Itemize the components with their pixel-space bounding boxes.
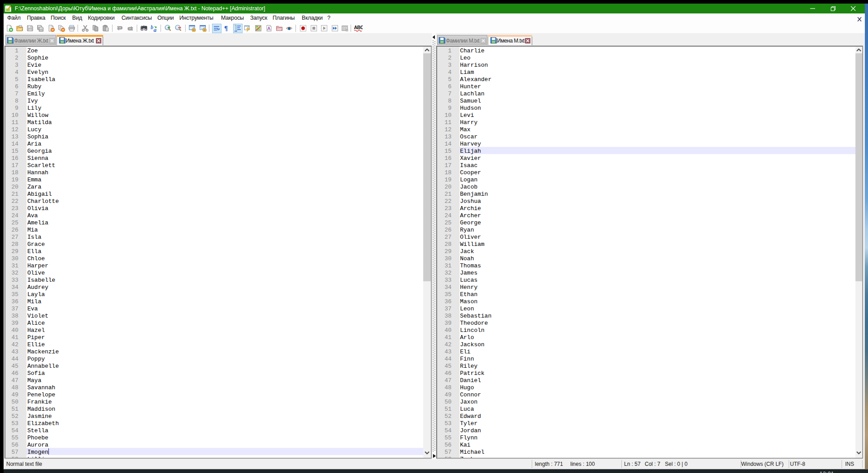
- svg-text:¶: ¶: [224, 25, 228, 31]
- svg-text:ABC: ABC: [354, 25, 363, 30]
- svg-text:b: b: [151, 25, 153, 30]
